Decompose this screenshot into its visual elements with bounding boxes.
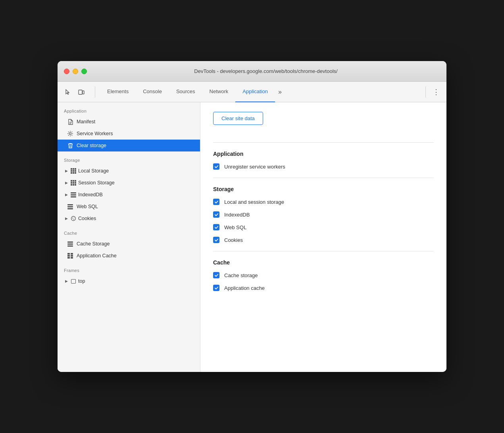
sidebar-item-local-storage-label: Local Storage (78, 168, 109, 174)
toolbar-divider-1 (95, 86, 95, 98)
divider-3 (213, 251, 434, 251)
content-section-cache-title: Cache (213, 259, 434, 266)
sidebar-item-web-sql-label: Web SQL (77, 204, 98, 209)
cookie-icon (70, 215, 77, 222)
arrow-indexeddb: ▶ (64, 193, 69, 197)
checkbox-web-sql-box[interactable] (213, 224, 219, 230)
checkbox-cache-storage-label: Cache storage (224, 272, 258, 278)
sidebar-item-session-storage-label: Session Storage (78, 180, 115, 186)
content-section-storage: Storage Local and session storage (213, 186, 434, 243)
sidebar-item-manifest[interactable]: Manifest (58, 116, 200, 128)
svg-point-9 (72, 218, 73, 218)
window-title: DevTools - developers.google.com/web/too… (92, 68, 440, 74)
checkbox-app-cache-box[interactable] (213, 285, 219, 291)
tab-elements[interactable]: Elements (100, 82, 136, 102)
tab-network[interactable]: Network (202, 82, 236, 102)
content-panel: Clear site data Application Unregister s… (200, 102, 446, 372)
checkbox-cookies-box[interactable] (213, 237, 219, 243)
checkbox-unregister-sw[interactable]: Unregister service workers (213, 163, 434, 170)
tab-application[interactable]: Application (235, 82, 275, 102)
sidebar-item-cookies[interactable]: ▶ Cookies (58, 213, 200, 224)
close-button[interactable] (64, 69, 69, 74)
main-content: Application Manifest (58, 102, 446, 372)
settings-more-icon[interactable]: ⋮ (431, 86, 442, 98)
tab-console[interactable]: Console (136, 82, 169, 102)
svg-point-5 (69, 133, 71, 135)
sidebar-item-sw-label: Service Workers (77, 131, 113, 136)
checkbox-cache-storage-box[interactable] (213, 272, 219, 278)
grid-icon-session-storage (70, 180, 77, 186)
svg-rect-1 (83, 91, 84, 94)
toolbar-divider-2 (425, 86, 426, 98)
checkbox-cookies[interactable]: Cookies (213, 237, 434, 243)
db-icon-indexeddb (70, 192, 77, 198)
file-icon (67, 119, 73, 125)
sidebar-item-indexeddb[interactable]: ▶ IndexedDB (58, 189, 200, 201)
svg-point-11 (74, 217, 74, 218)
checkbox-web-sql[interactable]: Web SQL (213, 224, 434, 230)
cursor-tool-icon[interactable] (62, 86, 73, 98)
traffic-lights (64, 69, 87, 74)
grid-icon-local-storage (70, 168, 77, 174)
checkbox-cache-storage[interactable]: Cache storage (213, 272, 434, 278)
sidebar-item-app-cache-label: Application Cache (77, 253, 117, 259)
clear-site-data-button[interactable]: Clear site data (213, 112, 263, 125)
cache-storage-icon (67, 241, 73, 247)
more-tabs-button[interactable]: » (275, 86, 285, 98)
checkbox-app-cache[interactable]: Application cache (213, 285, 434, 291)
checkbox-unregister-sw-label: Unregister service workers (224, 164, 285, 170)
svg-rect-0 (79, 90, 82, 94)
checkbox-web-sql-label: Web SQL (224, 224, 246, 230)
tab-sources[interactable]: Sources (169, 82, 202, 102)
sidebar-section-application-label: Application (58, 102, 200, 116)
divider-2 (213, 178, 434, 178)
sidebar-item-local-storage[interactable]: ▶ Local Storage (58, 165, 200, 177)
checkbox-indexeddb-box[interactable] (213, 211, 219, 218)
content-section-cache: Cache Cache storage Applica (213, 259, 434, 291)
checkbox-indexeddb-label: IndexedDB (224, 212, 250, 218)
sidebar-item-top-label: top (78, 278, 85, 284)
toolbar-end: ⋮ (431, 86, 442, 98)
sidebar-section-cache-label: Cache (58, 224, 200, 238)
checkbox-local-session[interactable]: Local and session storage (213, 199, 434, 205)
checkbox-app-cache-label: Application cache (224, 285, 265, 291)
content-section-application: Application Unregister service workers (213, 151, 434, 170)
checkbox-unregister-sw-box[interactable] (213, 163, 219, 170)
sidebar: Application Manifest (58, 102, 200, 372)
checkbox-local-session-box[interactable] (213, 199, 219, 205)
sidebar-item-cookies-label: Cookies (78, 216, 96, 221)
sidebar-item-top[interactable]: ▶ top (58, 275, 200, 287)
grid2-icon-app-cache (67, 253, 73, 259)
content-section-storage-title: Storage (213, 186, 434, 192)
checkbox-local-session-label: Local and session storage (224, 199, 284, 205)
sidebar-item-clear-storage[interactable]: Clear storage (58, 140, 200, 151)
sidebar-item-app-cache[interactable]: Application Cache (58, 250, 200, 262)
trash-icon (67, 142, 73, 149)
sidebar-item-cache-storage[interactable]: Cache Storage (58, 238, 200, 250)
sidebar-item-session-storage[interactable]: ▶ Session Storage (58, 177, 200, 189)
frame-icon (70, 278, 77, 284)
toolbar: Elements Console Sources Network Applica… (58, 82, 446, 102)
sidebar-item-indexeddb-label: IndexedDB (78, 192, 103, 197)
content-section-application-title: Application (213, 151, 434, 157)
checkbox-indexeddb[interactable]: IndexedDB (213, 211, 434, 218)
db-stack-icon-web-sql (67, 203, 73, 210)
device-toggle-icon[interactable] (76, 86, 87, 98)
sidebar-item-service-workers[interactable]: Service Workers (58, 128, 200, 140)
minimize-button[interactable] (73, 69, 78, 74)
sidebar-item-manifest-label: Manifest (77, 119, 95, 125)
titlebar: DevTools - developers.google.com/web/too… (58, 61, 446, 82)
arrow-session-storage: ▶ (64, 181, 69, 185)
maximize-button[interactable] (81, 69, 87, 74)
divider-1 (213, 142, 434, 143)
svg-point-8 (71, 216, 76, 221)
sidebar-item-web-sql[interactable]: Web SQL (58, 201, 200, 213)
gear-icon (67, 130, 73, 137)
sidebar-section-storage-label: Storage (58, 151, 200, 165)
devtools-window: DevTools - developers.google.com/web/too… (58, 61, 446, 372)
toolbar-icons (62, 86, 87, 98)
svg-point-10 (73, 219, 74, 220)
arrow-top: ▶ (64, 279, 69, 283)
sidebar-section-frames-label: Frames (58, 262, 200, 275)
sidebar-item-cache-storage-label: Cache Storage (77, 241, 110, 247)
